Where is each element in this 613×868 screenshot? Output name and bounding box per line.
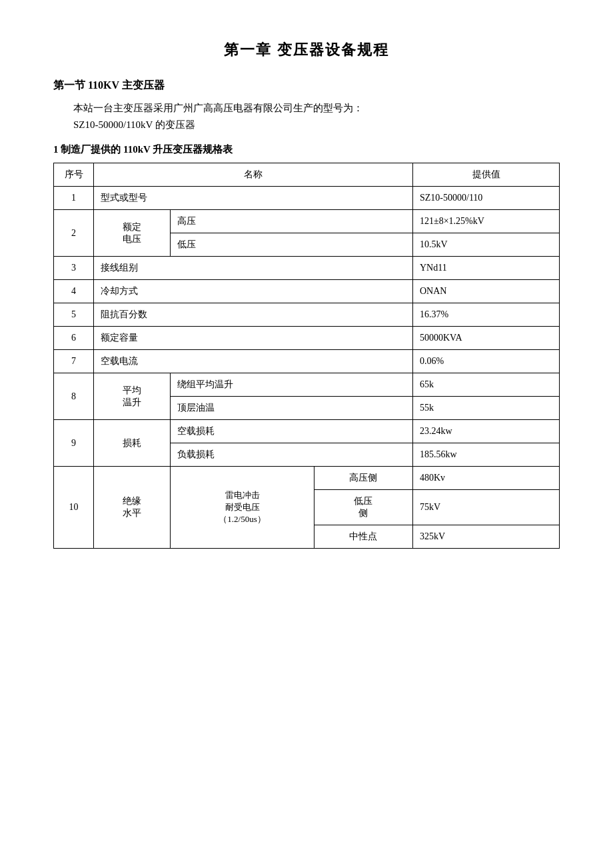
cell-value-2b: 10.5kV: [413, 233, 560, 257]
table-title: 1 制造厂提供的 110kV 升压变压器规格表: [53, 143, 560, 156]
cell-name-4: 冷却方式: [94, 280, 413, 303]
cell-sub-2b: 低压: [171, 233, 413, 257]
cell-value-5: 16.37%: [413, 303, 560, 327]
table-row: 9 损耗 空载损耗 23.24kw: [54, 420, 560, 443]
cell-name-9: 损耗: [94, 420, 171, 467]
cell-value-4: ONAN: [413, 280, 560, 303]
cell-sub-8a: 绕组平均温升: [171, 373, 413, 397]
table-header: 序号 名称 提供值: [54, 163, 560, 187]
cell-sub-9a: 空载损耗: [171, 420, 413, 443]
cell-value-10b: 75kV: [413, 490, 560, 525]
cell-sub-9b: 负载损耗: [171, 443, 413, 467]
table-row: 5 阻抗百分数 16.37%: [54, 303, 560, 327]
cell-value-9b: 185.56kw: [413, 443, 560, 467]
cell-seq-9: 9: [54, 420, 94, 467]
table-row: 3 接线组别 YNd11: [54, 257, 560, 280]
cell-value-2a: 121±8×1.25%kV: [413, 210, 560, 233]
cell-name-5: 阻抗百分数: [94, 303, 413, 327]
cell-value-8b: 55k: [413, 397, 560, 420]
cell-value-3: YNd11: [413, 257, 560, 280]
header-name: 名称: [94, 163, 413, 187]
cell-seq-4: 4: [54, 280, 94, 303]
cell-value-8a: 65k: [413, 373, 560, 397]
cell-type-10: 雷电冲击 耐受电压 （1.2/50us）: [171, 467, 314, 549]
table-row: 2 额定电压 高压 121±8×1.25%kV: [54, 210, 560, 233]
table-row: 6 额定容量 50000KVA: [54, 327, 560, 350]
cell-name-2a: 额定电压: [94, 210, 171, 257]
cell-name-7: 空载电流: [94, 350, 413, 373]
cell-seq-2: 2: [54, 210, 94, 257]
cell-value-10c: 325kV: [413, 525, 560, 549]
cell-seq-7: 7: [54, 350, 94, 373]
cell-value-1: SZ10-50000/110: [413, 187, 560, 210]
table-row: 8 平均温升 绕组平均温升 65k: [54, 373, 560, 397]
cell-name-8: 平均温升: [94, 373, 171, 420]
table-row: 7 空载电流 0.06%: [54, 350, 560, 373]
cell-value-7: 0.06%: [413, 350, 560, 373]
cell-value-10a: 480Kv: [413, 467, 560, 490]
cell-sub-2a: 高压: [171, 210, 413, 233]
table-row: 1 型式或型号 SZ10-50000/110: [54, 187, 560, 210]
section-title: 第一节 110KV 主变压器: [53, 79, 560, 93]
cell-side-10c: 中性点: [314, 525, 412, 549]
cell-name-10: 绝缘水平: [94, 467, 171, 549]
cell-value-6: 50000KVA: [413, 327, 560, 350]
page-title: 第一章 变压器设备规程: [53, 40, 560, 60]
cell-seq-5: 5: [54, 303, 94, 327]
spec-table: 序号 名称 提供值 1 型式或型号 SZ10-50000/110 2 额定电压 …: [53, 163, 560, 549]
cell-side-10a: 高压侧: [314, 467, 412, 490]
model-text: SZ10-50000/110kV 的变压器: [73, 119, 560, 131]
table-row: 4 冷却方式 ONAN: [54, 280, 560, 303]
cell-seq-6: 6: [54, 327, 94, 350]
table-row: 10 绝缘水平 雷电冲击 耐受电压 （1.2/50us） 高压侧 480Kv: [54, 467, 560, 490]
cell-value-9a: 23.24kw: [413, 420, 560, 443]
header-seq: 序号: [54, 163, 94, 187]
cell-seq-1: 1: [54, 187, 94, 210]
cell-sub-8b: 顶层油温: [171, 397, 413, 420]
cell-side-10b: 低压 侧: [314, 490, 412, 525]
cell-seq-10: 10: [54, 467, 94, 549]
cell-seq-3: 3: [54, 257, 94, 280]
cell-seq-8: 8: [54, 373, 94, 420]
intro-text: 本站一台主变压器采用广州广高高压电器有限公司生产的型号为：: [73, 102, 560, 115]
cell-name-3: 接线组别: [94, 257, 413, 280]
header-value: 提供值: [413, 163, 560, 187]
cell-name-6: 额定容量: [94, 327, 413, 350]
cell-name-1: 型式或型号: [94, 187, 413, 210]
